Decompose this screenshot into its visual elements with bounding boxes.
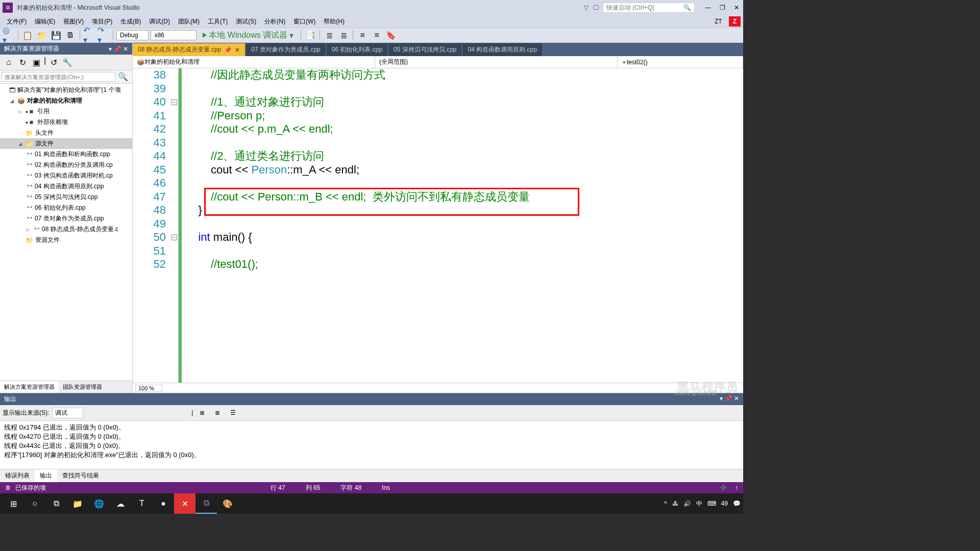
code-editor[interactable]: 383940414243444546474849505152 −− //因此静态…	[133, 68, 743, 383]
config-dropdown[interactable]: Debug	[116, 30, 149, 40]
vs-taskbar-icon[interactable]: ⧉	[195, 493, 217, 514]
tab-solution-explorer[interactable]: 解决方案资源管理器	[0, 381, 59, 393]
quick-launch[interactable]: 🔍	[603, 3, 695, 13]
menu-debug[interactable]: 调试(D)	[145, 16, 174, 28]
volume-icon[interactable]: 🔊	[683, 500, 691, 507]
refresh-icon[interactable]: ↻	[16, 56, 29, 68]
user-label[interactable]: ZT	[710, 16, 726, 27]
headers-node[interactable]: 📁 头文件	[0, 128, 132, 138]
task-view-icon[interactable]: ⧉	[45, 493, 67, 514]
start-debug-button[interactable]: 本地 Windows 调试器 ▾	[199, 30, 298, 41]
cloud-icon[interactable]: ☁	[110, 493, 131, 514]
network-icon[interactable]: 🖧	[672, 500, 678, 507]
references-node[interactable]: ▷▪◾ 引用	[0, 106, 132, 117]
output-content[interactable]: 线程 0x1794 已退出，返回值为 0 (0x0)。线程 0x4270 已退出…	[0, 421, 743, 469]
publish-icon[interactable]: ↑	[735, 484, 738, 491]
fold-gutter[interactable]: −−	[171, 68, 179, 383]
menu-analyze[interactable]: 分析(N)	[260, 16, 289, 28]
external-deps-node[interactable]: ▪◾ 外部依赖项	[0, 117, 132, 128]
minimize-button[interactable]: —	[704, 4, 712, 12]
menu-window[interactable]: 窗口(W)	[289, 16, 320, 28]
open-file-button[interactable]: 📁	[36, 29, 48, 41]
menu-team[interactable]: 团队(M)	[174, 16, 204, 28]
app-icon[interactable]: ✕	[174, 493, 195, 514]
scope-dropdown[interactable]: 📦 对象的初始化和清理	[133, 56, 375, 68]
file-item[interactable]: ▷⁺⁺ 08 静态成员-静态成员变量.c	[0, 224, 132, 235]
user-badge[interactable]: Z	[729, 16, 741, 27]
tab-team-explorer[interactable]: 团队资源管理器	[59, 381, 106, 393]
toggle-icon[interactable]: ☰	[227, 407, 239, 419]
editor-tab[interactable]: 05 深拷贝与浅拷贝.cpp	[388, 43, 461, 56]
solution-tree[interactable]: 🗔 解决方案"对象的初始化和清理"(1 个项 ◢📦 对象的初始化和清理 ▷▪◾ …	[0, 84, 132, 381]
tray-chevron-icon[interactable]: ^	[664, 500, 667, 507]
context-dropdown[interactable]: (全局范围)	[375, 56, 618, 68]
editor-tab[interactable]: 04 构造函数调用原则.cpp	[462, 43, 542, 56]
search-icon[interactable]: 🔍	[115, 72, 131, 82]
file-item[interactable]: ⁺⁺ 04 构造函数调用原则.cpp	[0, 181, 132, 192]
pin-icon[interactable]: 📌	[224, 46, 232, 54]
paint-icon[interactable]: 🎨	[217, 493, 238, 514]
code-content[interactable]: //因此静态成员变量有两种访问方式 //1、通过对象进行访问 //Person …	[182, 68, 743, 383]
menu-build[interactable]: 生成(B)	[116, 16, 145, 28]
feedback-icon[interactable]: 🖵	[593, 4, 599, 11]
notifications-icon[interactable]: 💬	[733, 500, 741, 507]
menu-edit[interactable]: 编辑(E)	[31, 16, 59, 28]
tab-find-results[interactable]: 查找符号结果	[57, 469, 104, 482]
quick-launch-input[interactable]	[606, 4, 683, 11]
uncomment-button[interactable]: ≡	[371, 29, 383, 41]
close-button[interactable]: ✕	[732, 4, 741, 12]
tab-error-list[interactable]: 错误列表	[0, 469, 35, 482]
start-button[interactable]: ⊞	[3, 493, 24, 514]
sync-icon[interactable]: ↺	[47, 56, 60, 68]
solution-node[interactable]: 🗔 解决方案"对象的初始化和清理"(1 个项	[0, 85, 132, 95]
search-icon[interactable]: 🔍	[683, 4, 691, 11]
resources-node[interactable]: 📁 资源文件	[0, 235, 132, 245]
wechat-icon[interactable]: ●	[153, 493, 174, 514]
undo-button[interactable]: ↶ ▾	[83, 29, 95, 41]
sources-node[interactable]: ◢📁 源文件	[0, 138, 132, 149]
save-all-button[interactable]: 🗎	[64, 29, 77, 41]
ime-icon[interactable]: 中	[696, 499, 702, 508]
new-project-button[interactable]: 📋	[21, 29, 34, 41]
wrap-icon[interactable]: ≣	[211, 407, 224, 419]
file-item[interactable]: ⁺⁺ 01 构造函数和析构函数.cpp	[0, 149, 132, 160]
cortana-icon[interactable]: ○	[24, 493, 45, 514]
browser-icon[interactable]: 🌐	[88, 493, 110, 514]
menu-test[interactable]: 测试(S)	[232, 16, 260, 28]
zoom-dropdown[interactable]: 100 %	[135, 385, 162, 392]
bookmark-button[interactable]: 🔖	[385, 29, 397, 41]
collapse-icon[interactable]: ▣	[30, 56, 42, 68]
explorer-icon[interactable]: 📁	[67, 493, 88, 514]
nav-back-button[interactable]: ◎ ▾	[3, 29, 15, 41]
outdent-button[interactable]: ≣	[337, 29, 350, 41]
input-icon[interactable]: ⌨	[707, 500, 716, 507]
add-button-icon[interactable]: ➕	[720, 484, 727, 491]
editor-tab[interactable]: 07 类对象作为类成员.cpp	[246, 43, 325, 56]
file-item[interactable]: ⁺⁺ 05 深拷贝与浅拷贝.cpp	[0, 192, 132, 203]
file-item[interactable]: ⁺⁺ 03 拷贝构造函数调用时机.cp	[0, 170, 132, 181]
output-source-dropdown[interactable]: 调试	[52, 408, 83, 418]
typora-icon[interactable]: T	[131, 493, 153, 514]
save-button[interactable]: 💾	[50, 29, 62, 41]
properties-icon[interactable]: 🔧	[61, 56, 74, 68]
file-item[interactable]: ⁺⁺ 06 初始化列表.cpp	[0, 203, 132, 213]
menu-tools[interactable]: 工具(T)	[204, 16, 232, 28]
home-icon[interactable]: ⌂	[3, 56, 15, 68]
file-item[interactable]: ⁺⁺ 07 类对象作为类成员.cpp	[0, 213, 132, 224]
redo-button[interactable]: ↷ ▾	[97, 29, 110, 41]
menu-help[interactable]: 帮助(H)	[320, 16, 349, 28]
member-dropdown[interactable]: ⚬ test02()	[618, 56, 743, 68]
indent-button[interactable]: ≣	[323, 29, 335, 41]
platform-dropdown[interactable]: x86	[151, 30, 197, 40]
tab-output[interactable]: 输出	[35, 469, 57, 482]
step-button[interactable]: 📑	[304, 29, 316, 41]
close-icon[interactable]: ✕	[235, 46, 240, 54]
editor-tab[interactable]: 08 静态成员-静态成员变量.cpp📌✕	[133, 43, 245, 56]
notifications-icon[interactable]: ▽	[584, 4, 589, 11]
clock[interactable]: 49	[721, 500, 728, 507]
project-node[interactable]: ◢📦 对象的初始化和清理	[0, 95, 132, 106]
comment-button[interactable]: ≡	[356, 29, 369, 41]
editor-tab[interactable]: 06 初始化列表.cpp	[327, 43, 387, 56]
clear-icon[interactable]: ≣	[196, 407, 208, 419]
file-item[interactable]: ⁺⁺ 02 构造函数的分类及调用.cp	[0, 160, 132, 170]
